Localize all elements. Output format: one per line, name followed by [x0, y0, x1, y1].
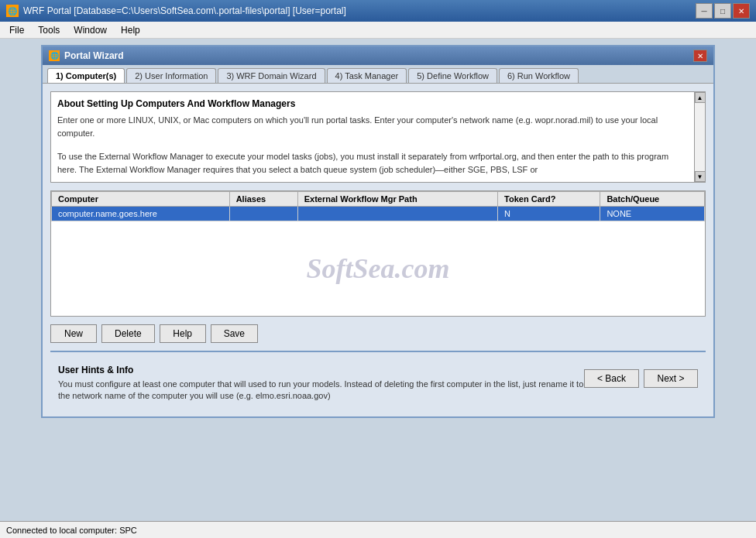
- window-title: WRF Portal [Database=C:\Users\SoftSea.co…: [23, 5, 346, 16]
- title-bar-left: 🌐 WRF Portal [Database=C:\Users\SoftSea.…: [6, 5, 346, 17]
- col-computer: Computer: [52, 192, 230, 207]
- dialog-icon: 🌐: [49, 50, 60, 61]
- dialog-title: Portal Wizard: [64, 50, 124, 61]
- dialog-content: About Setting Up Computers And Workflow …: [43, 84, 713, 416]
- info-box-text1: Enter one or more LINUX, UNIX, or Mac co…: [57, 114, 686, 139]
- col-batch-queue: Batch/Queue: [600, 192, 705, 207]
- wizard-tabs: 1) Computer(s) 2) User Information 3) WR…: [43, 65, 713, 84]
- action-buttons: New Delete Help Save: [50, 324, 706, 343]
- minimize-button[interactable]: ─: [696, 3, 713, 19]
- tab-computers[interactable]: 1) Computer(s): [47, 68, 125, 83]
- info-box-text2: To use the External Workflow Manager to …: [57, 150, 686, 176]
- new-button[interactable]: New: [50, 324, 97, 343]
- next-button[interactable]: Next >: [644, 369, 698, 388]
- tab-task-manager[interactable]: 4) Task Manager: [327, 68, 407, 83]
- save-button[interactable]: Save: [211, 324, 258, 343]
- info-box-title: About Setting Up Computers And Workflow …: [57, 98, 686, 109]
- scroll-up-arrow[interactable]: ▲: [695, 92, 706, 103]
- watermark: SoftSea.com: [51, 221, 705, 316]
- tab-run-workflow[interactable]: 6) Run Workflow: [499, 68, 579, 83]
- tab-user-info[interactable]: 2) User Information: [126, 68, 216, 83]
- hints-title: User Hints & Info: [58, 365, 584, 375]
- bottom-section: User Hints & Info You must configure at …: [58, 365, 698, 403]
- info-scrollbar[interactable]: ▲ ▼: [694, 92, 705, 182]
- dialog-close-button[interactable]: ✕: [693, 50, 707, 62]
- status-bar: Connected to local computer: SPC: [0, 521, 756, 538]
- info-box: About Setting Up Computers And Workflow …: [50, 91, 706, 183]
- col-token-card: Token Card?: [498, 192, 600, 207]
- computers-table: Computer Aliases External Workflow Mgr P…: [51, 191, 705, 221]
- main-area: 🌐 Portal Wizard ✕ 1) Computer(s) 2) User…: [0, 39, 756, 521]
- portal-wizard-dialog: 🌐 Portal Wizard ✕ 1) Computer(s) 2) User…: [41, 45, 715, 418]
- menu-file[interactable]: File: [3, 23, 30, 37]
- maximize-button[interactable]: □: [714, 3, 731, 19]
- tab-wrf-domain[interactable]: 3) WRF Domain Wizard: [218, 68, 325, 83]
- nav-buttons: < Back Next >: [584, 369, 698, 388]
- close-button[interactable]: ✕: [733, 3, 750, 19]
- hints-content: User Hints & Info You must configure at …: [58, 365, 584, 403]
- table-header-row: Computer Aliases External Workflow Mgr P…: [52, 192, 705, 207]
- status-text: Connected to local computer: SPC: [6, 526, 137, 535]
- dialog-title-bar: 🌐 Portal Wizard ✕: [43, 46, 713, 65]
- hints-text: You must configure at least one computer…: [58, 379, 584, 403]
- tab-define-workflow[interactable]: 5) Define Workflow: [408, 68, 497, 83]
- scroll-down-arrow[interactable]: ▼: [695, 171, 706, 182]
- hints-section: User Hints & Info You must configure at …: [50, 351, 706, 409]
- menu-bar: File Tools Window Help: [0, 22, 756, 39]
- dialog-title-left: 🌐 Portal Wizard: [49, 50, 124, 61]
- menu-window[interactable]: Window: [67, 23, 113, 37]
- title-bar-controls: ─ □ ✕: [696, 3, 750, 19]
- help-button[interactable]: Help: [160, 324, 206, 343]
- menu-help[interactable]: Help: [115, 23, 146, 37]
- title-bar: 🌐 WRF Portal [Database=C:\Users\SoftSea.…: [0, 0, 756, 22]
- col-workflow-mgr: External Workflow Mgr Path: [297, 192, 497, 207]
- back-button[interactable]: < Back: [584, 369, 639, 388]
- delete-button[interactable]: Delete: [101, 324, 155, 343]
- app-icon: 🌐: [6, 5, 19, 17]
- table-row[interactable]: computer.name.goes.hereNNONE: [52, 207, 705, 221]
- col-aliases: Aliases: [229, 192, 297, 207]
- computers-table-container: Computer Aliases External Workflow Mgr P…: [50, 190, 706, 317]
- menu-tools[interactable]: Tools: [32, 23, 66, 37]
